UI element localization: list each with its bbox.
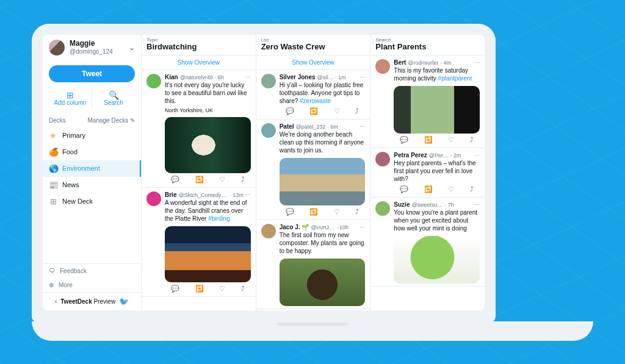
tweet-author[interactable]: Kian: [165, 74, 178, 80]
reply-button[interactable]: 💬: [171, 176, 179, 184]
reply-button[interactable]: 💬: [171, 285, 179, 293]
tweet-media[interactable]: [165, 117, 251, 173]
tweet-media[interactable]: [280, 259, 366, 306]
tweet-media[interactable]: [394, 86, 480, 134]
avatar[interactable]: [375, 152, 390, 166]
avatar[interactable]: [261, 74, 276, 88]
columns: ⋮⋮TopicBirdwatchingShow OverviewKian@nat…: [142, 35, 485, 310]
tweet[interactable]: Silver Jones@sil…· 1m⋯Hi y'all – looking…: [256, 70, 370, 120]
avatar[interactable]: [375, 59, 390, 74]
add-column-label: Add column: [54, 99, 87, 106]
hashtag[interactable]: #birding: [208, 215, 230, 222]
avatar[interactable]: [261, 123, 276, 138]
column-header[interactable]: ⋮⋮SearchPlant Parents: [370, 35, 485, 55]
share-button[interactable]: ⤴: [355, 208, 359, 216]
tweet-more-button[interactable]: ⋯: [474, 202, 480, 208]
like-button[interactable]: ♡: [219, 176, 225, 184]
avatar[interactable]: [146, 74, 161, 88]
add-column-icon: ⊞: [49, 91, 92, 99]
hashtag[interactable]: #zerowaste: [300, 98, 331, 104]
tweet-text: It's not every day you're lucky to see a…: [165, 81, 251, 105]
tweet-media[interactable]: [165, 226, 251, 282]
feed: Kian@naturelvr49· 6h⋯It's not every day …: [142, 70, 256, 310]
reply-button[interactable]: 💬: [286, 107, 294, 115]
like-button[interactable]: ♡: [219, 285, 225, 293]
column-header[interactable]: ⋮⋮TopicBirdwatching: [142, 35, 256, 55]
deck-item-primary[interactable]: ★Primary: [43, 127, 141, 144]
share-button[interactable]: ⤴: [470, 185, 474, 193]
add-column-button[interactable]: ⊞ Add column: [49, 88, 92, 109]
tweet[interactable]: Suzie@sweetsu…· 7h⋯You know you're a pla…: [370, 198, 485, 287]
deck-item-new-deck[interactable]: ⊞New Deck: [43, 193, 141, 210]
deck-label: News: [62, 181, 79, 188]
tweet[interactable]: Brie@Sktch_ComedyFan· 13m⋯A wonderful si…: [142, 188, 256, 297]
tweet-button[interactable]: Tweet: [49, 65, 135, 82]
hashtag[interactable]: #plantparent: [438, 75, 472, 82]
drag-handle-icon[interactable]: ⋮⋮: [370, 38, 382, 45]
tweet-more-button[interactable]: ⋯: [245, 74, 251, 80]
deck-item-food[interactable]: 🍊Food: [43, 144, 141, 160]
tweet-actions: 💬🔁♡⤴: [165, 173, 251, 185]
like-button[interactable]: ♡: [334, 208, 340, 216]
reply-button[interactable]: 💬: [286, 208, 294, 216]
chevron-left-icon: ‹: [55, 298, 57, 305]
show-overview-button[interactable]: Show Overview: [142, 55, 256, 70]
reply-button[interactable]: 💬: [400, 136, 408, 144]
tweet-more-button[interactable]: ⋯: [474, 60, 480, 66]
like-button[interactable]: ♡: [448, 136, 454, 144]
tweet-media[interactable]: [394, 236, 480, 284]
column-header[interactable]: ⋮⋮ListZero Waste Crew: [256, 35, 370, 55]
like-button[interactable]: ♡: [448, 185, 454, 193]
tweet-actions: 💬🔁♡⤴: [394, 183, 480, 194]
tweet-media[interactable]: [280, 158, 366, 205]
avatar[interactable]: [146, 191, 161, 206]
tweet[interactable]: Kian@naturelvr49· 6h⋯It's not every day …: [142, 70, 256, 188]
tweet-more-button[interactable]: ⋯: [359, 124, 365, 130]
retweet-button[interactable]: 🔁: [309, 208, 318, 216]
avatar[interactable]: [261, 224, 276, 238]
search-button[interactable]: 🔍 Search: [92, 88, 135, 109]
tweet[interactable]: Patel@patel_232· 6m⋯We're doing another …: [256, 120, 370, 220]
deck-item-environment[interactable]: 🌎Environment: [43, 160, 141, 177]
retweet-button[interactable]: 🔁: [424, 185, 433, 193]
drag-handle-icon[interactable]: ⋮⋮: [142, 38, 153, 45]
column: ⋮⋮ListZero Waste CrewShow OverviewSilver…: [256, 35, 371, 310]
deck-item-news[interactable]: 📰News: [43, 177, 141, 193]
retweet-button[interactable]: 🔁: [424, 136, 433, 144]
share-button[interactable]: ⤴: [470, 136, 474, 144]
tweet-more-button[interactable]: ⋯: [474, 152, 480, 159]
like-button[interactable]: ♡: [334, 107, 340, 115]
tweet[interactable]: Jaco J. 🌱@IAmJ…· 10h⋯The first soil from…: [256, 220, 370, 309]
tweet[interactable]: Bert@rodrisurfer· 4m⋯This is my favorite…: [370, 55, 485, 148]
reply-button[interactable]: 💬: [400, 185, 408, 193]
show-overview-button[interactable]: Show Overview: [256, 55, 370, 70]
share-button[interactable]: ⤴: [241, 285, 245, 293]
retweet-button[interactable]: 🔁: [309, 107, 318, 115]
tweet-author[interactable]: Suzie: [394, 201, 410, 208]
tweet-author[interactable]: Petra Perez: [394, 152, 427, 159]
tweet-more-button[interactable]: ⋯: [245, 192, 251, 198]
tweet-author[interactable]: Bert: [394, 59, 406, 66]
tweet-author[interactable]: Jaco J. 🌱: [280, 224, 309, 230]
tweet-more-button[interactable]: ⋯: [359, 224, 365, 230]
tweet-author[interactable]: Brie: [165, 191, 176, 198]
more-button[interactable]: ⊕More: [43, 278, 141, 292]
retweet-button[interactable]: 🔁: [195, 176, 204, 184]
tweet-more-button[interactable]: ⋯: [359, 74, 365, 80]
tweetdeck-preview-toggle[interactable]: ‹ TweetDeck Preview 🐦: [43, 292, 141, 310]
feed: Silver Jones@sil…· 1m⋯Hi y'all – looking…: [256, 70, 370, 310]
avatar[interactable]: [375, 201, 390, 216]
drag-handle-icon[interactable]: ⋮⋮: [256, 38, 268, 45]
sidebar-actions: ⊞ Add column 🔍 Search: [49, 88, 135, 109]
profile-switcher[interactable]: Maggie @domingo_124 ⌄: [43, 35, 141, 60]
deck-list: ★Primary🍊Food🌎Environment📰News⊞New Deck: [43, 127, 141, 210]
share-button[interactable]: ⤴: [241, 176, 245, 184]
tweet[interactable]: Petra Perez@Per…· 2m⋯Hey plant parents –…: [370, 148, 485, 198]
manage-decks-button[interactable]: Manage Decks ✎: [88, 117, 135, 124]
retweet-button[interactable]: 🔁: [195, 285, 204, 293]
feedback-button[interactable]: 🗨Feedback: [43, 264, 141, 278]
tweet-author[interactable]: Silver Jones: [280, 74, 316, 80]
deck-icon: ⊞: [49, 197, 57, 206]
share-button[interactable]: ⤴: [355, 107, 359, 115]
tweet-author[interactable]: Patel: [280, 123, 294, 130]
